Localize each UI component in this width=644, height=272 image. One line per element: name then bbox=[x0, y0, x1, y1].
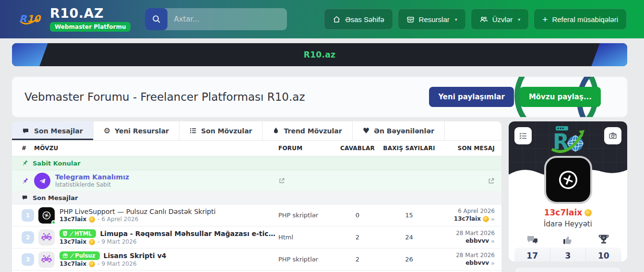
topic-author[interactable]: 13c7laix bbox=[60, 216, 86, 223]
tab-bar: Son Mesajlar ⚙ Yeni Resurslar Son Mövzul… bbox=[12, 121, 501, 141]
plus-icon: + bbox=[542, 15, 548, 24]
tab-en-beyenilenler[interactable]: ♥ Ən Bəyənilənlər bbox=[353, 121, 445, 140]
page-header-card: Vebmaster Forumu - Freelancer Platformas… bbox=[12, 77, 627, 117]
replies-count: 2 bbox=[336, 234, 379, 241]
home-icon bbox=[333, 15, 341, 24]
flame-icon bbox=[273, 127, 279, 134]
topic-author[interactable]: 13c7laix bbox=[60, 260, 86, 267]
list-icon bbox=[190, 127, 197, 134]
profile-role: İdarə Heyyəti bbox=[509, 220, 627, 228]
search-input[interactable] bbox=[167, 8, 287, 30]
goto-last-icon[interactable]: » bbox=[491, 215, 495, 224]
topic-date: - 6 Aprel 2026 bbox=[97, 216, 138, 223]
new-posts-button[interactable]: Yeni paylaşımlar bbox=[429, 87, 514, 107]
goto-last-icon[interactable]: » bbox=[491, 237, 495, 246]
archive-icon bbox=[406, 15, 415, 24]
search-icon bbox=[152, 14, 161, 24]
topic-title[interactable]: Limupa - Rəqəmsal Məhsullar Mağazası e-t… bbox=[100, 230, 278, 237]
row-number-badge: 2 bbox=[22, 231, 34, 244]
chat-icon bbox=[22, 127, 30, 135]
cover-camera-button[interactable] bbox=[604, 127, 621, 144]
row-number-badge: 3 bbox=[22, 253, 34, 266]
last-message-user[interactable]: ebbvvv bbox=[465, 237, 489, 245]
nav-resources-button[interactable]: Resurslar ▾ bbox=[398, 9, 466, 30]
row-number-badge: 1 bbox=[22, 209, 34, 222]
last-message-date: 28 Mart 2026 bbox=[439, 251, 495, 259]
avatar[interactable] bbox=[38, 251, 55, 268]
banner-decor-left bbox=[12, 43, 48, 66]
nav-members-button[interactable]: Üzvlər ▾ bbox=[471, 9, 529, 30]
forum-list-card: Son Mesajlar ⚙ Yeni Resurslar Son Mövzul… bbox=[12, 121, 501, 272]
svg-text:R: R bbox=[19, 13, 27, 24]
banner-decor-right bbox=[591, 43, 627, 66]
ad-banner[interactable]: R10.az bbox=[12, 43, 627, 66]
views-count: 26 bbox=[379, 256, 439, 263]
last-message-date: 6 Aprel 2026 bbox=[439, 207, 495, 215]
camera-icon bbox=[608, 131, 617, 140]
tab-son-mesajlar[interactable]: Son Mesajlar bbox=[12, 121, 94, 140]
col-topic: MÖVZU bbox=[34, 145, 278, 152]
chat-icon bbox=[22, 194, 28, 201]
topic-author[interactable]: 13c7laix bbox=[60, 238, 86, 245]
table-header-row: # MÖVZU FORUM CAVABLAR BAXIŞ SAYILARI SO… bbox=[12, 141, 501, 156]
tab-yeni-resurslar[interactable]: ⚙ Yeni Resurslar bbox=[94, 121, 179, 140]
search-button[interactable] bbox=[145, 8, 167, 30]
r10-logo-icon: R 10 bbox=[16, 9, 43, 30]
stat-trophies[interactable]: 10 bbox=[586, 233, 621, 261]
col-forum: FORUM bbox=[278, 145, 336, 152]
cover-checklist-button[interactable] bbox=[514, 127, 532, 144]
topic-badge: 5 / HTML bbox=[60, 229, 96, 238]
pinned-topic-title[interactable]: Telegram Kanalımız bbox=[55, 173, 129, 181]
r10-cover-logo-icon: R bbox=[545, 124, 591, 161]
banner-text: R10.az bbox=[304, 50, 335, 59]
pinned-topic-row[interactable]: Telegram Kanalımız İstatistiklerde Sabit bbox=[12, 170, 501, 191]
stat-likes[interactable]: 3 bbox=[550, 233, 585, 261]
forum-name[interactable]: PHP skriptlər bbox=[278, 256, 336, 263]
telegram-avatar bbox=[34, 173, 50, 189]
external-link-icon[interactable] bbox=[278, 177, 336, 184]
last-message-date: 28 Mart 2026 bbox=[439, 229, 495, 237]
messages-icon bbox=[526, 234, 538, 246]
last-message-user[interactable]: ebbvvv bbox=[465, 259, 489, 267]
stat-messages[interactable]: 17 bbox=[514, 233, 550, 261]
goto-last-icon[interactable]: » bbox=[491, 259, 495, 268]
last-message-user[interactable]: 13c7laix bbox=[454, 215, 481, 223]
pin-icon bbox=[22, 160, 28, 166]
share-topic-button[interactable]: Mövzu paylaş... bbox=[520, 87, 601, 107]
views-count: 24 bbox=[379, 234, 439, 241]
gear-icon: ⚙ bbox=[104, 127, 110, 135]
likes-icon bbox=[562, 234, 573, 246]
profile-avatar[interactable] bbox=[544, 156, 592, 204]
trophy-icon bbox=[597, 234, 610, 246]
pin-icon bbox=[22, 177, 29, 185]
verified-badge-icon bbox=[89, 216, 95, 223]
invader-avatar-icon bbox=[41, 255, 52, 264]
nav-referral-button[interactable]: + Referal müsabiqələri bbox=[534, 9, 627, 30]
avatar[interactable] bbox=[38, 229, 55, 246]
avatar[interactable] bbox=[38, 207, 55, 224]
search-bar bbox=[145, 8, 287, 30]
circled-plus-icon bbox=[554, 166, 583, 194]
verified-badge-icon bbox=[89, 239, 95, 245]
topic-title[interactable]: Lisans Skripti v4 bbox=[104, 252, 167, 260]
table-row[interactable]: 2 5 / bbox=[12, 226, 501, 248]
brand[interactable]: R 10 R10.AZ Webmaster Platformu bbox=[16, 7, 131, 32]
table-row[interactable]: 3 bbox=[12, 248, 501, 271]
svg-text:5: 5 bbox=[64, 232, 66, 235]
gift-icon bbox=[62, 253, 68, 259]
forum-name[interactable]: Html bbox=[278, 234, 336, 241]
tab-son-movzular[interactable]: Son Mövzular bbox=[179, 121, 262, 140]
external-link-icon[interactable] bbox=[488, 177, 495, 185]
nav-home-button[interactable]: Əsas Səhifə bbox=[324, 9, 393, 30]
profile-stats: 17 3 10 bbox=[514, 233, 621, 261]
profile-card: R bbox=[509, 121, 627, 261]
telegram-icon bbox=[39, 177, 46, 185]
page-title: Vebmaster Forumu - Freelancer Platformas… bbox=[24, 91, 305, 103]
topic-title[interactable]: PHP LiveSupport — Pulsuz Canlı Dəstək Sk… bbox=[60, 208, 215, 215]
profile-username[interactable]: 13c7laix bbox=[544, 208, 583, 217]
topic-date: - 9 Mart 2026 bbox=[97, 238, 136, 245]
tab-trend-movzular[interactable]: Trend Mövzular bbox=[262, 121, 352, 140]
forum-name[interactable]: PHP skriptlər bbox=[278, 212, 336, 219]
table-row[interactable]: 1 PHP LiveSupport — Pulsuz Canlı Dəstək … bbox=[12, 204, 501, 226]
replies-count: 2 bbox=[336, 256, 379, 263]
